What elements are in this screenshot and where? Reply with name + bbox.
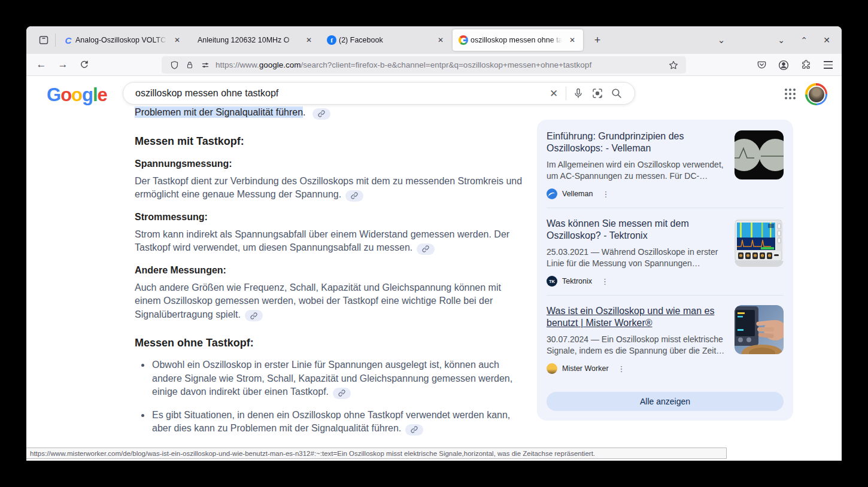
search-submit-button[interactable] xyxy=(607,84,626,103)
extensions-button[interactable] xyxy=(797,57,815,74)
bookmark-star-button[interactable] xyxy=(666,58,681,72)
reload-icon xyxy=(80,60,89,69)
search-icon xyxy=(611,87,623,99)
link-status-bar: https://www.misterworker.com/de/blog/was… xyxy=(26,448,727,459)
card-snippet: 30.07.2024 — Ein Oszilloskop misst elekt… xyxy=(547,334,725,357)
more-options-icon[interactable]: ⋮ xyxy=(618,364,626,373)
reload-button[interactable] xyxy=(75,56,93,73)
more-options-icon[interactable]: ⋮ xyxy=(601,277,609,286)
account-icon xyxy=(778,60,789,71)
citation-chip[interactable] xyxy=(345,190,363,202)
card-thumbnail-oscilloscope-screens[interactable] xyxy=(735,130,784,179)
new-tab-button[interactable]: + xyxy=(588,31,606,49)
permissions-icon[interactable] xyxy=(198,58,213,72)
firefox-view-icon xyxy=(38,35,49,45)
search-box[interactable]: ✕ xyxy=(123,82,635,105)
source-name: Tektronix xyxy=(562,277,592,285)
related-results-panel: Einführung: Grundprinzipien des Oszillos… xyxy=(537,120,793,421)
back-button[interactable]: ← xyxy=(32,56,50,73)
minimize-button[interactable]: ⌄ xyxy=(770,31,793,49)
google-favicon xyxy=(459,35,468,45)
more-options-icon[interactable]: ⋮ xyxy=(602,190,609,199)
browser-window: C Analog-Oszilloskop VOLTC ✕ Anleitung 1… xyxy=(26,26,842,461)
close-tab-icon[interactable]: ✕ xyxy=(566,34,578,46)
menu-button[interactable] xyxy=(819,57,837,74)
facebook-favicon: f xyxy=(327,35,336,45)
url-path: /search?client=firefox-b-e&channel=entpr… xyxy=(301,60,592,69)
voice-search-button[interactable] xyxy=(569,84,588,103)
tab-title: Anleitung 120632 10MHz O xyxy=(198,36,301,44)
card-thumbnail-hand-on-scope[interactable] xyxy=(735,305,784,354)
velleman-favicon xyxy=(547,188,557,199)
forward-button[interactable]: → xyxy=(54,56,72,73)
card-snippet: Im Allgemeinen wird ein Oszilloskop verw… xyxy=(547,159,725,182)
link-icon xyxy=(351,192,358,199)
bullet-list: Obwohl ein Oszilloskop in erster Linie f… xyxy=(135,358,525,461)
highlighted-text[interactable]: Problemen mit der Signalqualität führen xyxy=(135,106,303,118)
highlight-line: Problemen mit der Signalqualität führen. xyxy=(135,106,525,120)
url-text[interactable]: https://www.google.com/search?client=fir… xyxy=(216,60,666,69)
clear-search-icon[interactable]: ✕ xyxy=(544,84,563,103)
result-card-velleman[interactable]: Einführung: Grundprinzipien des Oszillos… xyxy=(537,121,793,208)
show-all-button[interactable]: Alle anzeigen xyxy=(547,392,784,411)
link-icon xyxy=(411,426,418,433)
card-title[interactable]: Einführung: Grundprinzipien des Oszillos… xyxy=(547,130,725,154)
tab-anleitung[interactable]: Anleitung 120632 10MHz O ✕ xyxy=(189,29,320,51)
list-all-tabs-button[interactable]: ⌄ xyxy=(712,31,730,49)
lock-icon[interactable] xyxy=(182,58,198,72)
item-title: Andere Messungen: xyxy=(135,264,525,276)
tab-google-search-active[interactable]: oszilloskop messen ohne ta ✕ xyxy=(453,29,583,51)
card-title[interactable]: Was können Sie messen mit dem Oszillosko… xyxy=(547,218,725,242)
close-window-button[interactable]: ✕ xyxy=(815,31,838,49)
tab-facebook[interactable]: f (2) Facebook ✕ xyxy=(321,29,451,51)
pocket-icon xyxy=(757,60,767,70)
url-domain: google.com xyxy=(259,60,301,69)
hamburger-icon xyxy=(824,61,833,68)
tab-separator xyxy=(55,34,56,47)
result-card-tektronix[interactable]: Was können Sie messen mit dem Oszillosko… xyxy=(537,208,793,295)
answer-column: Problemen mit der Signalqualität führen.… xyxy=(135,106,525,461)
google-logo[interactable]: Google xyxy=(47,84,107,106)
card-title-link[interactable]: Was ist ein Oszilloskop und wie man es b… xyxy=(547,305,725,329)
citation-chip[interactable] xyxy=(417,244,435,255)
link-icon xyxy=(250,312,257,319)
bullet-item: Obwohl ein Oszilloskop in erster Linie f… xyxy=(151,358,525,399)
account-button[interactable] xyxy=(775,57,793,74)
close-tab-icon[interactable]: ✕ xyxy=(171,34,183,46)
search-input[interactable] xyxy=(135,88,544,99)
searchbox-divider xyxy=(566,87,566,100)
lens-search-button[interactable] xyxy=(588,84,607,103)
tab-bar: C Analog-Oszilloskop VOLTC ✕ Anleitung 1… xyxy=(26,26,842,54)
section-heading: Messen ohne Tastkopf: xyxy=(135,336,525,350)
source-name: Mister Worker xyxy=(562,364,609,373)
tab-title: (2) Facebook xyxy=(339,36,432,44)
close-tab-icon[interactable]: ✕ xyxy=(303,34,315,46)
citation-chip[interactable] xyxy=(333,388,351,399)
puzzle-icon xyxy=(801,60,811,70)
maximize-button[interactable]: ⌃ xyxy=(793,31,815,49)
google-search-page: Google ✕ xyxy=(26,76,842,461)
citation-chip[interactable] xyxy=(312,108,330,120)
url-scheme: https://www. xyxy=(216,60,259,69)
citation-chip[interactable] xyxy=(273,461,291,461)
tab-title: Analog-Oszilloskop VOLTC xyxy=(75,36,169,44)
shield-icon[interactable] xyxy=(166,58,182,72)
result-card-misterworker[interactable]: Was ist ein Oszilloskop und wie man es b… xyxy=(537,296,793,382)
avatar-photo xyxy=(808,86,825,104)
tektronix-favicon: TK xyxy=(547,276,557,287)
firefox-view-button[interactable] xyxy=(34,31,54,50)
account-avatar[interactable] xyxy=(805,83,827,105)
card-snippet: 25.03.2021 — Während Oszilloskope in ers… xyxy=(547,246,725,269)
pocket-button[interactable] xyxy=(752,57,770,74)
section-heading: Messen mit Tastkopf: xyxy=(135,134,525,148)
item-text: Auch andere Größen wie Frequenz, Schall,… xyxy=(135,281,525,322)
citation-chip[interactable] xyxy=(245,310,263,321)
tab-conrad[interactable]: C Analog-Oszilloskop VOLTC ✕ xyxy=(57,29,188,51)
card-thumbnail-tektronix-scope[interactable] xyxy=(735,218,784,267)
citation-chip[interactable] xyxy=(405,424,423,436)
close-tab-icon[interactable]: ✕ xyxy=(435,34,447,46)
url-bar[interactable]: https://www.google.com/search?client=fir… xyxy=(162,56,686,74)
misterworker-favicon xyxy=(547,363,557,374)
link-icon xyxy=(422,245,429,252)
google-apps-icon[interactable] xyxy=(785,89,796,99)
